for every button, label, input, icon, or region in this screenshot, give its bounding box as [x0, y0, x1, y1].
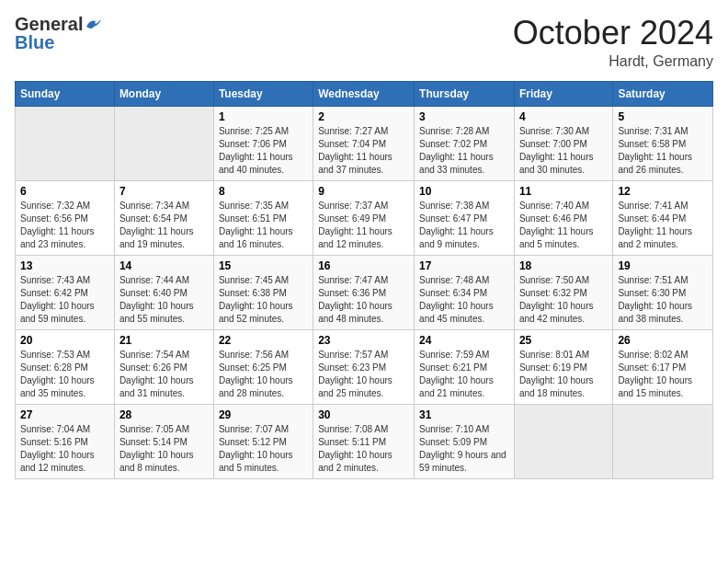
weekday-header-friday: Friday — [514, 81, 612, 106]
calendar-cell: 11Sunrise: 7:40 AM Sunset: 6:46 PM Dayli… — [514, 180, 612, 255]
day-number: 31 — [419, 408, 509, 421]
week-row-5: 27Sunrise: 7:04 AM Sunset: 5:16 PM Dayli… — [16, 404, 713, 478]
week-row-3: 13Sunrise: 7:43 AM Sunset: 6:42 PM Dayli… — [16, 255, 713, 329]
header: General Blue October 2024 Hardt, Germany — [15, 15, 713, 70]
day-info: Sunrise: 7:35 AM Sunset: 6:51 PM Dayligh… — [219, 200, 308, 251]
day-number: 2 — [318, 110, 409, 123]
calendar-cell: 17Sunrise: 7:48 AM Sunset: 6:34 PM Dayli… — [415, 255, 515, 329]
logo: General Blue — [15, 15, 101, 52]
calendar-cell: 31Sunrise: 7:10 AM Sunset: 5:09 PM Dayli… — [415, 404, 515, 478]
calendar-cell: 21Sunrise: 7:54 AM Sunset: 6:26 PM Dayli… — [114, 329, 213, 404]
day-number: 24 — [419, 334, 509, 347]
day-info: Sunrise: 7:37 AM Sunset: 6:49 PM Dayligh… — [318, 200, 409, 251]
day-number: 14 — [119, 259, 209, 272]
day-info: Sunrise: 7:50 AM Sunset: 6:32 PM Dayligh… — [519, 274, 608, 326]
calendar-cell: 24Sunrise: 7:59 AM Sunset: 6:21 PM Dayli… — [415, 329, 515, 404]
day-number: 3 — [419, 110, 509, 123]
calendar-cell: 20Sunrise: 7:53 AM Sunset: 6:28 PM Dayli… — [16, 329, 115, 404]
day-number: 30 — [318, 408, 409, 421]
day-info: Sunrise: 7:47 AM Sunset: 6:36 PM Dayligh… — [318, 274, 409, 326]
day-info: Sunrise: 7:41 AM Sunset: 6:44 PM Dayligh… — [618, 200, 708, 251]
calendar-cell: 10Sunrise: 7:38 AM Sunset: 6:47 PM Dayli… — [415, 180, 515, 255]
calendar-cell: 26Sunrise: 8:02 AM Sunset: 6:17 PM Dayli… — [613, 329, 713, 404]
calendar-cell: 13Sunrise: 7:43 AM Sunset: 6:42 PM Dayli… — [16, 255, 115, 329]
weekday-header-saturday: Saturday — [613, 81, 713, 106]
calendar-cell: 12Sunrise: 7:41 AM Sunset: 6:44 PM Dayli… — [613, 180, 713, 255]
logo-general-text: General — [15, 15, 83, 33]
calendar-cell — [114, 106, 213, 180]
day-number: 15 — [219, 259, 308, 272]
day-info: Sunrise: 7:38 AM Sunset: 6:47 PM Dayligh… — [419, 200, 509, 251]
location-title: Hardt, Germany — [513, 53, 713, 70]
day-number: 19 — [618, 259, 708, 272]
day-number: 21 — [119, 334, 209, 347]
day-number: 22 — [219, 334, 308, 347]
calendar-cell: 28Sunrise: 7:05 AM Sunset: 5:14 PM Dayli… — [114, 404, 213, 478]
day-info: Sunrise: 7:43 AM Sunset: 6:42 PM Dayligh… — [20, 274, 109, 326]
calendar-cell: 8Sunrise: 7:35 AM Sunset: 6:51 PM Daylig… — [213, 180, 313, 255]
day-number: 7 — [119, 185, 209, 198]
day-number: 4 — [519, 110, 608, 123]
day-number: 10 — [419, 185, 509, 198]
calendar-cell: 22Sunrise: 7:56 AM Sunset: 6:25 PM Dayli… — [213, 329, 313, 404]
day-number: 6 — [20, 185, 109, 198]
day-number: 16 — [318, 259, 409, 272]
weekday-header-monday: Monday — [114, 81, 213, 106]
calendar-cell: 2Sunrise: 7:27 AM Sunset: 7:04 PM Daylig… — [313, 106, 415, 180]
calendar-cell: 30Sunrise: 7:08 AM Sunset: 5:11 PM Dayli… — [313, 404, 415, 478]
calendar-cell: 16Sunrise: 7:47 AM Sunset: 6:36 PM Dayli… — [313, 255, 415, 329]
day-number: 28 — [119, 408, 209, 421]
day-number: 9 — [318, 185, 409, 198]
calendar-cell: 3Sunrise: 7:28 AM Sunset: 7:02 PM Daylig… — [415, 106, 515, 180]
day-number: 8 — [219, 185, 308, 198]
day-info: Sunrise: 7:30 AM Sunset: 7:00 PM Dayligh… — [519, 125, 608, 177]
week-row-2: 6Sunrise: 7:32 AM Sunset: 6:56 PM Daylig… — [16, 180, 713, 255]
day-number: 12 — [618, 185, 708, 198]
day-info: Sunrise: 8:02 AM Sunset: 6:17 PM Dayligh… — [618, 349, 708, 400]
calendar-cell: 27Sunrise: 7:04 AM Sunset: 5:16 PM Dayli… — [16, 404, 115, 478]
week-row-1: 1Sunrise: 7:25 AM Sunset: 7:06 PM Daylig… — [16, 106, 713, 180]
day-info: Sunrise: 8:01 AM Sunset: 6:19 PM Dayligh… — [519, 349, 608, 400]
day-info: Sunrise: 7:53 AM Sunset: 6:28 PM Dayligh… — [20, 349, 109, 400]
day-info: Sunrise: 7:31 AM Sunset: 6:58 PM Dayligh… — [618, 125, 708, 177]
day-number: 26 — [618, 334, 708, 347]
day-info: Sunrise: 7:04 AM Sunset: 5:16 PM Dayligh… — [20, 423, 109, 475]
day-info: Sunrise: 7:28 AM Sunset: 7:02 PM Dayligh… — [419, 125, 509, 177]
calendar-cell: 25Sunrise: 8:01 AM Sunset: 6:19 PM Dayli… — [514, 329, 612, 404]
calendar-cell — [16, 106, 115, 180]
day-info: Sunrise: 7:05 AM Sunset: 5:14 PM Dayligh… — [119, 423, 209, 475]
day-info: Sunrise: 7:25 AM Sunset: 7:06 PM Dayligh… — [219, 125, 308, 177]
calendar-cell: 29Sunrise: 7:07 AM Sunset: 5:12 PM Dayli… — [213, 404, 313, 478]
logo-bird-icon — [85, 17, 101, 30]
calendar-cell — [613, 404, 713, 478]
day-info: Sunrise: 7:10 AM Sunset: 5:09 PM Dayligh… — [419, 423, 509, 475]
day-number: 27 — [20, 408, 109, 421]
day-info: Sunrise: 7:59 AM Sunset: 6:21 PM Dayligh… — [419, 349, 509, 400]
calendar-cell — [514, 404, 612, 478]
day-number: 25 — [519, 334, 608, 347]
calendar-cell: 9Sunrise: 7:37 AM Sunset: 6:49 PM Daylig… — [313, 180, 415, 255]
day-number: 5 — [618, 110, 708, 123]
day-info: Sunrise: 7:07 AM Sunset: 5:12 PM Dayligh… — [219, 423, 308, 475]
day-number: 18 — [519, 259, 608, 272]
calendar-cell: 1Sunrise: 7:25 AM Sunset: 7:06 PM Daylig… — [213, 106, 313, 180]
calendar-cell: 7Sunrise: 7:34 AM Sunset: 6:54 PM Daylig… — [114, 180, 213, 255]
day-info: Sunrise: 7:08 AM Sunset: 5:11 PM Dayligh… — [318, 423, 409, 475]
day-info: Sunrise: 7:51 AM Sunset: 6:30 PM Dayligh… — [618, 274, 708, 326]
day-info: Sunrise: 7:48 AM Sunset: 6:34 PM Dayligh… — [419, 274, 509, 326]
day-info: Sunrise: 7:40 AM Sunset: 6:46 PM Dayligh… — [519, 200, 608, 251]
calendar-table: SundayMondayTuesdayWednesdayThursdayFrid… — [15, 81, 713, 479]
day-info: Sunrise: 7:34 AM Sunset: 6:54 PM Dayligh… — [119, 200, 209, 251]
weekday-header-wednesday: Wednesday — [313, 81, 415, 106]
week-row-4: 20Sunrise: 7:53 AM Sunset: 6:28 PM Dayli… — [16, 329, 713, 404]
calendar-cell: 15Sunrise: 7:45 AM Sunset: 6:38 PM Dayli… — [213, 255, 313, 329]
logo-blue-text: Blue — [15, 33, 54, 52]
day-number: 1 — [219, 110, 308, 123]
weekday-header-thursday: Thursday — [415, 81, 515, 106]
calendar-cell: 23Sunrise: 7:57 AM Sunset: 6:23 PM Dayli… — [313, 329, 415, 404]
day-number: 17 — [419, 259, 509, 272]
weekday-header-sunday: Sunday — [16, 81, 115, 106]
day-number: 13 — [20, 259, 109, 272]
calendar-cell: 14Sunrise: 7:44 AM Sunset: 6:40 PM Dayli… — [114, 255, 213, 329]
calendar-cell: 19Sunrise: 7:51 AM Sunset: 6:30 PM Dayli… — [613, 255, 713, 329]
